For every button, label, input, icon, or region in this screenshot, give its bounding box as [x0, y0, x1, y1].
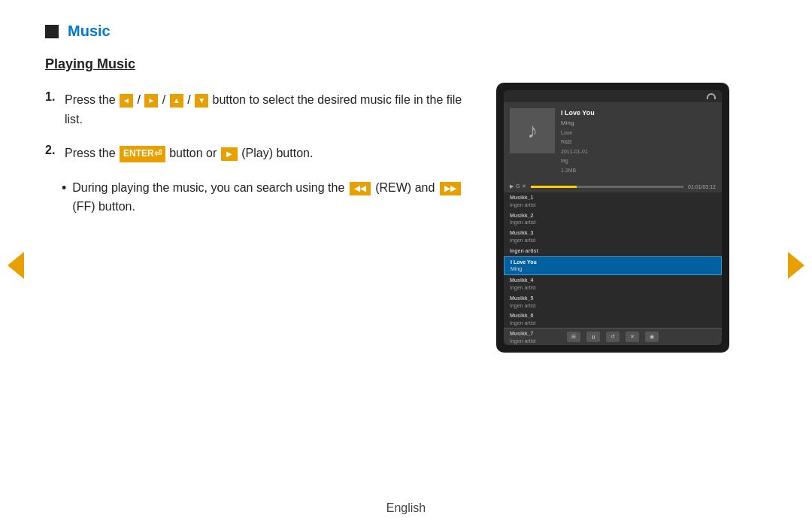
- play-button[interactable]: ▶: [221, 147, 238, 161]
- step-1-number: 1.: [45, 90, 62, 104]
- bullet-text-before: During playing the music, you can search…: [72, 181, 344, 194]
- screen-topbar: [504, 90, 722, 102]
- right-arrow-btn[interactable]: ►: [144, 94, 158, 108]
- nav-right-arrow[interactable]: [788, 252, 804, 279]
- section-title: Playing Music: [45, 56, 767, 72]
- bullet-section: • During playing the music, you can sear…: [62, 178, 466, 217]
- progress-area: ▶ G ✕ 01:01/03:12: [504, 180, 722, 192]
- step-1-text-before: Press the: [65, 93, 116, 106]
- playlist-item-title: I Love You: [511, 259, 715, 266]
- progress-time: 01:01/03:12: [688, 184, 716, 189]
- music-note-icon: ♪: [527, 119, 538, 143]
- enter-label: ENTER: [123, 148, 154, 159]
- track-genre: Love: [561, 129, 716, 138]
- playlist-area: Musikk_1Ingen artistMusikk_2Ingen artist…: [504, 192, 722, 328]
- bottom-controls: ⊞ ⏸ ↺ ✕ ◉: [504, 328, 722, 345]
- repeat-btn[interactable]: ↺: [606, 332, 620, 342]
- track-size: 1.2MB: [561, 167, 716, 175]
- playlist-item[interactable]: Musikk_1Ingen artist: [504, 192, 722, 210]
- playlist-item-artist: Ming: [511, 265, 715, 273]
- left-arrow-btn[interactable]: ◄: [120, 94, 133, 108]
- track-style: R&B: [561, 138, 716, 147]
- shuffle-btn[interactable]: ✕: [626, 332, 639, 342]
- header-section: Music: [45, 23, 767, 40]
- ff-button[interactable]: ▶▶: [440, 182, 461, 195]
- bullet-dot: •: [62, 178, 66, 198]
- playlist-item[interactable]: Ingen artist: [504, 246, 722, 256]
- playlist-item[interactable]: Musikk_5Ingen artist: [504, 293, 722, 311]
- info-btn[interactable]: ◉: [645, 332, 659, 342]
- playlist-item-artist: Ingen artist: [510, 219, 716, 226]
- playlist-item-title: Musikk_4: [510, 277, 716, 284]
- playlist-item[interactable]: Musikk_6Ingen artist: [504, 310, 722, 329]
- bullet-item: • During playing the music, you can sear…: [62, 178, 466, 217]
- playlist-item-title: Musikk_1: [510, 194, 716, 201]
- bullet-text-rew: (REW) and: [375, 181, 438, 194]
- footer: English: [0, 501, 812, 515]
- track-date: 2011-01-01: [561, 148, 716, 156]
- language-label: English: [386, 501, 426, 514]
- pause-btn[interactable]: ⏸: [586, 332, 600, 342]
- step-2-content: Press the ENTER⏎ button or ▶ (Play) butt…: [65, 144, 313, 163]
- ctrl-x-icon: ✕: [522, 183, 526, 189]
- playlist-item-artist: Ingen artist: [510, 237, 716, 244]
- playlist-item[interactable]: Musikk_2Ingen artist: [504, 210, 722, 229]
- step-2-number: 2.: [45, 144, 62, 157]
- nav-left-arrow[interactable]: [8, 252, 24, 279]
- track-title: I Love You: [561, 108, 716, 119]
- playlist-item-title: Musikk_2: [510, 212, 716, 220]
- playlist-item-artist: Ingen artist: [510, 320, 716, 327]
- playlist-item-title: Musikk_5: [510, 295, 716, 302]
- step-1: 1. Press the ◄ / ► / ▲ / ▼ button to sel…: [45, 90, 466, 129]
- playlist-item-title: Musikk_3: [510, 229, 716, 237]
- album-art: ♪: [510, 108, 555, 153]
- main-content: 1. Press the ◄ / ► / ▲ / ▼ button to sel…: [45, 90, 767, 353]
- progress-bar: [531, 186, 683, 188]
- page-container: Music Playing Music 1. Press the ◄ / ► /…: [0, 0, 812, 530]
- track-info: I Love You Ming Love R&B 2011-01-01 tag …: [561, 108, 716, 174]
- track-tag: tag: [561, 157, 716, 165]
- down-arrow-btn[interactable]: ▼: [195, 94, 208, 108]
- bullet-content: During playing the music, you can search…: [72, 178, 466, 217]
- ctrl-p-icon: ▶: [510, 183, 514, 189]
- up-arrow-btn[interactable]: ▲: [170, 94, 183, 108]
- screen-mockup: ♪ I Love You Ming Love R&B 2011-01-01 ta…: [496, 83, 729, 353]
- playlist-item-artist: Ingen artist: [510, 302, 716, 310]
- rew-button[interactable]: ◀◀: [350, 182, 371, 195]
- ctrl-g-icon: G: [516, 183, 520, 189]
- instructions: 1. Press the ◄ / ► / ▲ / ▼ button to sel…: [45, 90, 466, 217]
- step-2: 2. Press the ENTER⏎ button or ▶ (Play) b…: [45, 144, 466, 163]
- playlist-item-title: Musikk_6: [510, 312, 716, 320]
- screen-inner: ♪ I Love You Ming Love R&B 2011-01-01 ta…: [504, 90, 722, 345]
- enter-button[interactable]: ENTER⏎: [120, 146, 165, 162]
- playlist-item[interactable]: Musikk_3Ingen artist: [504, 228, 722, 246]
- bullet-text-ff: (FF) button.: [72, 200, 135, 213]
- playlist-item-title: Ingen artist: [510, 247, 716, 255]
- player-area: ♪ I Love You Ming Love R&B 2011-01-01 ta…: [504, 102, 722, 180]
- wifi-icon: [707, 93, 716, 99]
- playlist-item-artist: Ingen artist: [510, 284, 716, 292]
- grid-view-btn[interactable]: ⊞: [567, 332, 580, 342]
- music-square-icon: [45, 25, 59, 38]
- playlist-item[interactable]: Musikk_4Ingen artist: [504, 275, 722, 293]
- progress-controls: ▶ G ✕: [510, 183, 526, 189]
- page-title: Music: [68, 23, 111, 40]
- progress-fill: [531, 186, 577, 188]
- step-1-content: Press the ◄ / ► / ▲ / ▼ button to select…: [65, 90, 466, 129]
- step-2-text-before: Press the: [65, 147, 116, 159]
- playlist-item[interactable]: I Love YouMing: [504, 256, 722, 276]
- playlist-item-artist: Ingen artist: [510, 201, 716, 209]
- track-artist: Ming: [561, 119, 716, 128]
